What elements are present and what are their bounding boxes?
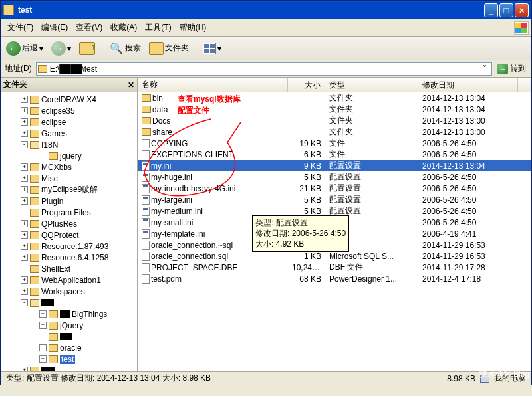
expand-icon[interactable]: + xyxy=(21,367,28,371)
expand-icon[interactable]: + xyxy=(21,175,28,182)
tree-item[interactable]: +myEclipse9破解 xyxy=(1,184,137,195)
tree-item[interactable]: +Resource.6.4.1258 xyxy=(1,252,137,263)
chevron-down-icon[interactable]: ˅ xyxy=(479,64,490,74)
back-button[interactable]: ←后退 ▾ xyxy=(3,39,46,58)
address-input[interactable]: E:\████\test ˅ xyxy=(36,62,492,76)
expand-icon[interactable]: + xyxy=(21,96,28,103)
up-button[interactable] xyxy=(76,39,98,58)
tree-item[interactable]: jquery xyxy=(1,150,137,161)
tooltip: 类型: 配置设置 修改日期: 2006-5-26 4:50 大小: 4.92 K… xyxy=(252,215,349,252)
tree-item[interactable]: ShellExt xyxy=(1,263,137,274)
tree-item[interactable]: +test xyxy=(1,353,137,365)
column-type[interactable]: 类型 xyxy=(325,78,418,92)
tree-item[interactable]: -I18N xyxy=(1,139,137,150)
file-row[interactable]: share文件夹2014-12-13 13:00 xyxy=(138,126,531,138)
tree-item[interactable]: +Resource.1.87.493 xyxy=(1,241,137,252)
expand-icon[interactable]: + xyxy=(39,310,47,318)
tree-item-label: MCXbbs xyxy=(41,163,72,172)
tree-item[interactable]: +. xyxy=(1,365,137,371)
file-list[interactable]: 查看mysql数据库 配置文件 类型: 配置设置 修改日期: 2006-5-26… xyxy=(138,92,531,371)
tree-item-label: jquery xyxy=(60,151,82,161)
expand-icon[interactable]: + xyxy=(39,322,47,329)
tree-item[interactable]: +QQProtect xyxy=(1,229,137,241)
folder-up-icon xyxy=(79,42,95,55)
expand-icon[interactable]: - xyxy=(21,141,28,148)
menu-view[interactable]: 查看(V) xyxy=(72,21,106,35)
file-row[interactable]: my-huge.ini5 KB配置设置2006-5-26 4:50 xyxy=(138,171,531,183)
folder-tree[interactable]: +CorelDRAW X4+eclipse35+eclipse+Games-I1… xyxy=(1,92,137,371)
tree-item[interactable]: +QPlusRes xyxy=(1,218,137,229)
expand-icon[interactable]: + xyxy=(21,243,28,250)
file-type: 文件夹 xyxy=(325,126,418,138)
tree-item[interactable]: Program Files xyxy=(1,207,137,218)
column-size[interactable]: 大小 xyxy=(288,78,325,92)
window-titlebar[interactable]: test _ □ × xyxy=(1,1,531,19)
tree-item[interactable]: +Games xyxy=(1,128,137,139)
tree-item[interactable]: . xyxy=(1,331,137,342)
tree-item[interactable]: +Workspaces xyxy=(1,286,137,297)
file-type: 配置设置 xyxy=(325,160,418,171)
tree-item[interactable]: +jQuery xyxy=(1,320,137,331)
expand-icon[interactable]: + xyxy=(21,288,28,295)
go-button[interactable]: → 转到 xyxy=(495,62,529,76)
folder-icon xyxy=(30,243,39,250)
expand-icon[interactable]: + xyxy=(21,231,28,239)
file-row[interactable]: oracle_connection.sql1 KBMicrosoft SQL S… xyxy=(138,250,531,262)
list-header: 名称 大小 类型 修改日期 xyxy=(138,78,531,92)
tree-item[interactable]: +Misc xyxy=(1,173,137,184)
tree-item[interactable]: +Plugin xyxy=(1,195,137,207)
tree-item[interactable]: +eclipse xyxy=(1,116,137,128)
file-row[interactable]: COPYING19 KB文件2006-5-26 4:50 xyxy=(138,138,531,149)
maximize-button[interactable]: □ xyxy=(499,3,513,17)
expand-icon[interactable]: + xyxy=(21,220,28,227)
status-location: 我的电脑 xyxy=(491,373,529,384)
expand-icon[interactable]: + xyxy=(39,344,47,351)
expand-icon[interactable]: + xyxy=(21,107,28,114)
expand-icon[interactable]: + xyxy=(21,254,28,261)
expand-icon[interactable]: - xyxy=(21,299,28,306)
tree-item[interactable]: +.BigThings xyxy=(1,308,137,320)
menu-favorites[interactable]: 收藏(A) xyxy=(106,21,141,35)
tree-item[interactable]: +WebApplication1 xyxy=(1,274,137,286)
folder-icon xyxy=(49,344,58,352)
menu-help[interactable]: 帮助(H) xyxy=(176,21,211,35)
expand-icon[interactable]: + xyxy=(21,118,28,126)
file-row[interactable]: my-innodb-heavy-4G.ini21 KB配置设置2006-5-26… xyxy=(138,183,531,194)
file-row[interactable]: EXCEPTIONS-CLIENT6 KB文件2006-5-26 4:50 xyxy=(138,149,531,160)
menu-tools[interactable]: 工具(T) xyxy=(141,21,175,35)
tree-item[interactable]: +CorelDRAW X4 xyxy=(1,94,137,105)
expand-icon[interactable]: + xyxy=(21,197,28,205)
menu-edit[interactable]: 编辑(E) xyxy=(37,21,72,35)
tree-item[interactable]: -. xyxy=(1,297,137,308)
file-row[interactable]: my-large.ini5 KB配置设置2006-5-26 4:50 xyxy=(138,194,531,205)
expand-icon[interactable]: + xyxy=(21,130,28,137)
forward-button[interactable]: →▾ xyxy=(49,39,74,58)
views-button[interactable]: ▾ xyxy=(200,39,224,58)
tree-item-label: QQProtect xyxy=(41,231,79,240)
file-row[interactable]: my.ini9 KB配置设置2014-12-13 13:04 xyxy=(138,160,531,171)
file-date: 2006-5-26 4:50 xyxy=(418,184,518,193)
search-button[interactable]: 🔍搜索 xyxy=(106,39,144,58)
file-date: 2006-5-26 4:50 xyxy=(418,195,518,205)
expand-icon[interactable]: + xyxy=(39,355,47,363)
file-row[interactable]: test.pdm68 KBPowerDesigner 1...2014-12-4… xyxy=(138,273,531,284)
close-button[interactable]: × xyxy=(515,3,529,17)
expand-icon[interactable]: + xyxy=(21,163,28,171)
minimize-button[interactable]: _ xyxy=(484,3,498,17)
file-date: 2006-4-19 4:41 xyxy=(418,229,518,239)
tree-item[interactable]: +MCXbbs xyxy=(1,161,137,173)
column-date[interactable]: 修改日期 xyxy=(418,78,518,92)
tree-item[interactable]: +oracle xyxy=(1,342,137,353)
close-panel-button[interactable]: ✕ xyxy=(128,80,134,90)
file-row[interactable]: PROJECT_SPACE.DBF10,248 KBDBF 文件2014-11-… xyxy=(138,262,531,273)
file-row[interactable]: Docs文件夹2014-12-13 13:00 xyxy=(138,115,531,126)
column-name[interactable]: 名称 xyxy=(138,78,288,92)
menu-file[interactable]: 文件(F) xyxy=(3,21,37,35)
file-row[interactable]: bin文件夹2014-12-13 13:04 xyxy=(138,92,531,104)
expand-icon[interactable]: + xyxy=(21,276,28,284)
expand-icon[interactable]: + xyxy=(21,186,28,193)
folder-icon xyxy=(3,5,14,15)
file-row[interactable]: data文件夹2014-12-13 13:04 xyxy=(138,104,531,115)
tree-item[interactable]: +eclipse35 xyxy=(1,105,137,116)
folders-button[interactable]: 文件夹 xyxy=(146,39,192,58)
